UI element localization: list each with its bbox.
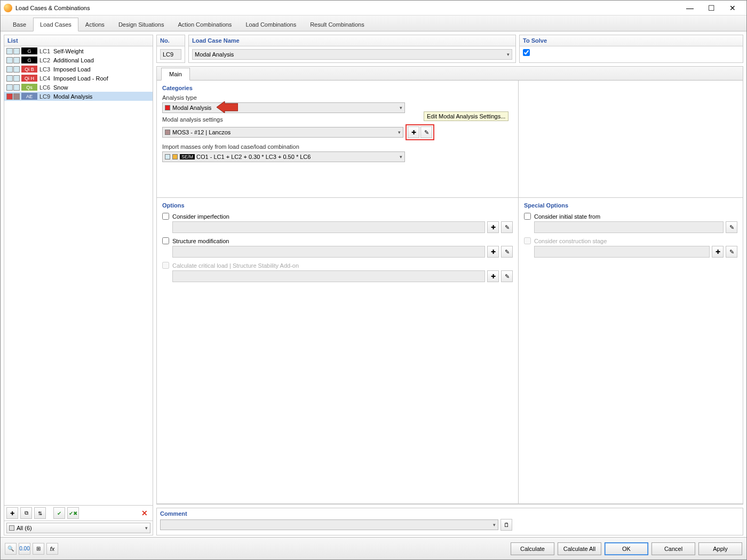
modal-settings-combo[interactable]: MOS3 - #12 | Lanczos ▾	[162, 127, 403, 138]
load-case-row[interactable]: Qi BLC3Imposed Load	[4, 65, 153, 74]
help-icon[interactable]: 🔍	[5, 543, 17, 555]
no-header: No.	[157, 35, 185, 46]
comment-title: Comment	[160, 508, 512, 519]
consider-imperfection-checkbox[interactable]	[162, 213, 169, 220]
filter-combo[interactable]: All (6) ▾	[6, 523, 150, 533]
settings-buttons-highlight: ✚ ✎	[406, 124, 434, 140]
import-masses-combo[interactable]: SE/M CO1 - LC1 + LC2 + 0.30 * LC3 + 0.50…	[162, 151, 405, 162]
options-pane: Options Consider imperfection ✚✎ Structu…	[157, 198, 519, 504]
options-title: Options	[162, 202, 513, 209]
chevron-down-icon: ▾	[493, 522, 496, 527]
load-case-row[interactable]: Qi HLC4Imposed Load - Roof	[4, 74, 153, 83]
cancel-button[interactable]: Cancel	[651, 542, 695, 555]
tab-actions[interactable]: Actions	[78, 18, 112, 31]
construction-stage-field	[534, 246, 710, 258]
edit-icon[interactable]: ✎	[501, 270, 513, 282]
tab-load-cases[interactable]: Load Cases	[33, 18, 78, 31]
formula-icon[interactable]: fx	[46, 543, 58, 555]
callout-arrow-icon	[217, 101, 238, 113]
calculate-all-button[interactable]: Calculate All	[558, 542, 601, 555]
tooltip: Edit Modal Analysis Settings...	[424, 111, 508, 121]
new-icon[interactable]: ✚	[487, 246, 499, 258]
analysis-type-label: Analysis type	[162, 94, 513, 101]
edit-icon[interactable]: ✎	[726, 246, 737, 258]
calculate-button[interactable]: Calculate	[511, 542, 554, 555]
name-header: Load Case Name	[189, 35, 515, 46]
sidebar-toolbar: ✚ ⧉ ⇅ ✔ ✔✖ ✕	[4, 505, 153, 521]
main-tabstrip: Base Load Cases Actions Design Situation…	[1, 15, 746, 31]
window-title: Load Cases & Combinations	[15, 5, 679, 11]
new-icon[interactable]: ✚	[487, 270, 499, 282]
new-icon[interactable]: ✚	[487, 221, 499, 233]
categories-title: Categories	[162, 85, 513, 91]
initial-state-field	[534, 221, 724, 233]
tab-result-combinations[interactable]: Result Combinations	[303, 18, 371, 31]
chevron-down-icon: ▾	[400, 105, 402, 110]
to-solve-checkbox[interactable]	[523, 49, 530, 56]
chevron-down-icon: ▾	[507, 52, 510, 57]
chevron-down-icon: ▾	[400, 154, 402, 159]
tab-base[interactable]: Base	[6, 18, 33, 31]
comment-edit-icon[interactable]: 🗒	[500, 519, 512, 531]
delete-item-icon[interactable]: ✕	[139, 507, 150, 519]
title-bar: Load Cases & Combinations — ☐ ✕	[1, 1, 746, 15]
tab-action-combinations[interactable]: Action Combinations	[171, 18, 239, 31]
import-masses-label: Import masses only from load case/load c…	[162, 143, 513, 150]
special-options-pane: Special Options Consider initial state f…	[519, 198, 743, 504]
initial-state-checkbox[interactable]	[524, 213, 531, 220]
new-icon[interactable]: ✚	[712, 246, 724, 258]
load-case-row[interactable]: AELC9Modal Analysis	[4, 92, 153, 101]
apply-button[interactable]: Apply	[698, 542, 742, 555]
edit-icon[interactable]: ✎	[726, 221, 737, 233]
edit-icon[interactable]: ✎	[501, 221, 513, 233]
analysis-type-combo[interactable]: Modal Analysis ▾	[162, 102, 405, 113]
sidebar-list-panel: List GLC1Self-WeightGLC2Additional LoadQ…	[4, 35, 153, 535]
sidebar-filter: All (6) ▾	[4, 521, 153, 535]
comment-combo[interactable]: ▾	[160, 519, 498, 530]
solve-header: To Solve	[520, 35, 743, 46]
chevron-down-icon: ▾	[145, 525, 148, 531]
structure-modification-checkbox[interactable]	[162, 237, 169, 244]
maximize-button[interactable]: ☐	[701, 1, 722, 15]
minimize-button[interactable]: —	[679, 1, 701, 15]
categories-pane: Categories Analysis type Modal Analysis …	[157, 81, 519, 198]
edit-settings-icon[interactable]: ✎	[420, 126, 432, 138]
sidebar-header: List	[4, 35, 153, 46]
special-title: Special Options	[524, 202, 737, 209]
sub-tab-main[interactable]: Main	[161, 68, 190, 81]
copy-item-icon[interactable]: ⧉	[20, 507, 32, 519]
tab-load-combinations[interactable]: Load Combinations	[239, 18, 303, 31]
new-item-icon[interactable]: ✚	[6, 507, 18, 519]
ok-button[interactable]: OK	[605, 542, 648, 555]
construction-stage-checkbox	[524, 237, 531, 244]
dialog-footer: 🔍 0.00 ⊞ fx Calculate Calculate All OK C…	[1, 537, 746, 559]
load-case-list[interactable]: GLC1Self-WeightGLC2Additional LoadQi BLC…	[4, 46, 153, 505]
critical-load-field	[172, 270, 485, 282]
blank-pane	[519, 81, 743, 198]
sort-icon[interactable]: ⇅	[34, 507, 46, 519]
critical-load-checkbox	[162, 262, 169, 269]
units-icon[interactable]: 0.00	[19, 543, 30, 555]
name-combo[interactable]: Modal Analysis▾	[192, 49, 512, 60]
load-case-row[interactable]: QsLC6Snow	[4, 83, 153, 92]
edit-icon[interactable]: ✎	[501, 246, 513, 258]
load-case-row[interactable]: GLC2Additional Load	[4, 55, 153, 65]
filter-text: All (6)	[17, 525, 32, 531]
imperfection-field	[172, 221, 485, 233]
new-settings-icon[interactable]: ✚	[408, 126, 419, 138]
check-all-icon[interactable]: ✔	[53, 507, 65, 519]
structure-mod-field	[172, 246, 485, 258]
tab-design-situations[interactable]: Design Situations	[112, 18, 171, 31]
close-button[interactable]: ✕	[722, 1, 743, 15]
load-case-row[interactable]: GLC1Self-Weight	[4, 46, 153, 55]
no-value[interactable]: LC9	[160, 49, 181, 60]
uncheck-all-icon[interactable]: ✔✖	[67, 507, 79, 519]
chevron-down-icon: ▾	[398, 130, 401, 135]
app-icon	[4, 4, 12, 12]
tree-icon[interactable]: ⊞	[33, 543, 44, 555]
